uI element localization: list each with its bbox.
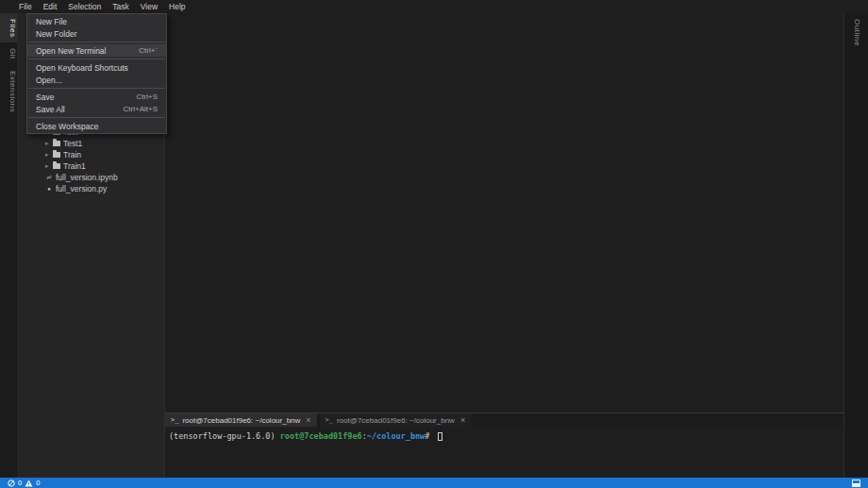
tree-item-file[interactable]: ≓ full_version.ipynb	[17, 172, 164, 183]
menu-item-close-workspace[interactable]: Close Workspace	[27, 120, 166, 132]
menu-view[interactable]: View	[135, 0, 163, 13]
chevron-right-icon[interactable]: ▸	[45, 160, 53, 172]
error-count: 0	[18, 479, 22, 487]
menu-separator	[28, 59, 165, 59]
terminal-tab-2[interactable]: >_ root@7cebad01f9e6: ~/colour_bnw ×	[320, 413, 472, 427]
terminal-tab-title: root@7cebad01f9e6: ~/colour_bnw	[182, 416, 300, 425]
menu-item-new-file[interactable]: New File	[27, 15, 166, 27]
menu-edit[interactable]: Edit	[38, 0, 63, 13]
terminal-tab-title: root@7cebad01f9e6: ~/colour_bnw	[337, 416, 455, 425]
problems-status[interactable]: 0 0	[8, 479, 40, 487]
menu-help[interactable]: Help	[163, 0, 191, 13]
bottom-panel: >_ root@7cebad01f9e6: ~/colour_bnw × >_ …	[165, 412, 843, 478]
menu-item-label: New File	[36, 17, 67, 26]
sidebar-tab-extensions[interactable]: Extensions	[0, 65, 17, 118]
menu-item-new-folder[interactable]: New Folder	[27, 27, 166, 40]
menu-item-save-all[interactable]: Save All Ctrl+Alt+S	[27, 103, 166, 115]
chevron-right-icon[interactable]: ▸	[45, 138, 53, 149]
menu-separator	[28, 88, 165, 89]
menu-item-shortcut: Ctrl+Alt+S	[124, 105, 158, 113]
menu-separator	[28, 117, 165, 118]
menu-item-save[interactable]: Save Ctrl+S	[27, 91, 166, 103]
tree-item-file[interactable]: ● full_version.py	[17, 183, 164, 194]
terminal-prompt-suffix: #	[425, 431, 434, 441]
toggle-bottom-panel-icon[interactable]	[852, 480, 860, 487]
sidebar-tab-files[interactable]: Files	[0, 13, 17, 42]
terminal-venv-prefix: (tensorflow-gpu-1.6.0)	[169, 431, 280, 441]
warning-count: 0	[36, 479, 40, 487]
sidebar-tab-git[interactable]: Git	[0, 42, 17, 65]
status-bar: 0 0	[0, 478, 868, 488]
notebook-file-icon: ≓	[45, 172, 53, 183]
menu-item-open[interactable]: Open...	[27, 74, 166, 86]
ide-window: File Edit Selection Task View Help Files…	[0, 0, 868, 488]
menu-item-label: Open...	[36, 76, 62, 85]
error-icon	[8, 480, 15, 487]
menu-item-label: Open Keyboard Shortcuts	[36, 63, 128, 73]
folder-icon	[53, 141, 60, 146]
menu-bar: File Edit Selection Task View Help	[0, 0, 868, 13]
terminal-icon: >_	[171, 416, 178, 424]
terminal-cursor	[438, 432, 442, 441]
menu-item-label: Open New Terminal	[36, 46, 107, 56]
terminal-tab-bar: >_ root@7cebad01f9e6: ~/colour_bnw × >_ …	[165, 413, 843, 427]
file-menu-dropdown: New File New Folder Open New Terminal Ct…	[26, 13, 167, 134]
warning-icon	[25, 480, 33, 487]
menu-item-open-keyboard-shortcuts[interactable]: Open Keyboard Shortcuts	[27, 61, 166, 74]
menu-item-label: Save All	[36, 105, 65, 114]
folder-icon	[53, 152, 60, 158]
tree-item-label: Test1	[63, 139, 82, 148]
right-panel-bar: Outline	[843, 13, 868, 478]
tree-item-label: full_version.py	[56, 184, 107, 194]
editor-area[interactable]	[165, 13, 843, 412]
chevron-right-icon[interactable]: ▸	[45, 149, 53, 160]
menu-item-label: Close Workspace	[36, 122, 98, 131]
close-icon[interactable]: ×	[306, 415, 310, 425]
sidebar-tab-outline[interactable]: Outline	[844, 13, 861, 52]
menu-file[interactable]: File	[13, 0, 38, 13]
menu-task[interactable]: Task	[107, 0, 134, 13]
menu-selection[interactable]: Selection	[62, 0, 107, 13]
activity-bar: Files Git Extensions	[0, 13, 17, 478]
menu-item-label: Save	[36, 93, 54, 102]
terminal-prompt-user: root@7cebad01f9e6	[280, 431, 362, 441]
tree-item-label: Train1	[63, 161, 86, 171]
tree-item-label: full_version.ipynb	[56, 173, 118, 182]
tree-item-folder[interactable]: ▸ Test1	[17, 138, 164, 149]
terminal-tab-1[interactable]: >_ root@7cebad01f9e6: ~/colour_bnw ×	[165, 413, 317, 427]
python-file-icon: ●	[45, 183, 53, 194]
menu-item-label: New Folder	[36, 29, 76, 39]
tree-item-folder[interactable]: ▸ Train	[17, 149, 164, 160]
terminal-output[interactable]: (tensorflow-gpu-1.6.0) root@7cebad01f9e6…	[165, 427, 843, 478]
menu-item-open-new-terminal[interactable]: Open New Terminal Ctrl+`	[27, 44, 166, 57]
tree-item-folder[interactable]: ▸ Train1	[17, 160, 164, 172]
close-icon[interactable]: ×	[460, 415, 465, 425]
menu-separator	[28, 42, 165, 42]
menu-item-shortcut: Ctrl+S	[137, 93, 158, 101]
file-tree: ▸ Test ▸ Test1 ▸ Train ▸ Train1 ≓ fu	[17, 126, 164, 194]
menu-item-shortcut: Ctrl+`	[139, 46, 158, 55]
terminal-prompt-path: ~/colour_bnw	[367, 431, 425, 441]
tree-item-label: Train	[63, 150, 81, 160]
folder-icon	[53, 163, 60, 169]
terminal-icon: >_	[326, 416, 333, 424]
